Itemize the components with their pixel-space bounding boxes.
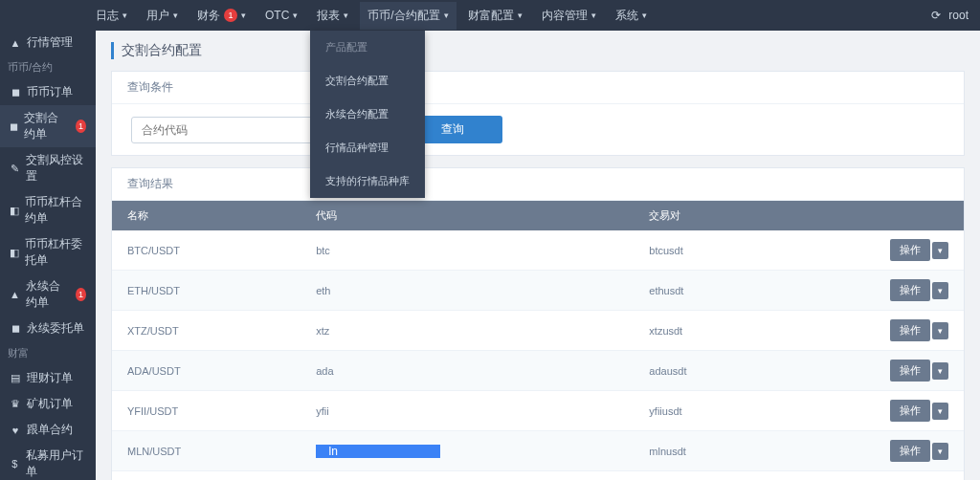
cell-pair: xtzusdt bbox=[634, 311, 783, 351]
topnav-item[interactable]: 币币/合约配置▾ bbox=[360, 2, 456, 30]
cell-ops: 操作▾ bbox=[784, 230, 964, 271]
operate-dropdown-button[interactable]: ▾ bbox=[932, 362, 948, 380]
top-navbar: 日志▾用户▾财务1▾OTC▾报表▾币币/合约配置▾财富配置▾内容管理▾系统▾ ⟳… bbox=[0, 0, 980, 31]
chevron-down-icon: ▾ bbox=[173, 11, 178, 20]
results-panel-title: 查询结果 bbox=[112, 168, 964, 201]
cell-name: YFII/USDT bbox=[112, 391, 301, 431]
column-header: 名称 bbox=[112, 201, 301, 230]
table-row: MLN/USDT ln mlnusdt操作▾ bbox=[112, 431, 964, 471]
chevron-down-icon: ▾ bbox=[518, 11, 523, 20]
refresh-icon[interactable]: ⟳ bbox=[931, 9, 941, 22]
cell-name: ETH/USDT bbox=[112, 271, 301, 311]
operate-button[interactable]: 操作 bbox=[890, 400, 930, 422]
operate-dropdown-button[interactable]: ▾ bbox=[932, 242, 948, 259]
search-panel: 查询条件 查询 bbox=[111, 71, 965, 156]
operate-button[interactable]: 操作 bbox=[890, 440, 930, 462]
topnav-item[interactable]: 日志▾ bbox=[88, 2, 135, 30]
cell-pair: ethusdt bbox=[634, 271, 783, 311]
sidebar-item[interactable]: ♥跟单合约 bbox=[0, 417, 96, 443]
sidebar-icon: ▤ bbox=[10, 372, 21, 384]
sidebar-item[interactable]: ◧币币杠杆合约单 bbox=[0, 189, 96, 231]
operate-dropdown-button[interactable]: ▾ bbox=[932, 403, 948, 420]
cell-pair: mlnusdt bbox=[634, 431, 783, 471]
cell-code: eth bbox=[301, 271, 634, 311]
topnav-label: OTC bbox=[265, 9, 289, 22]
sidebar-item-label: 交割合约单 bbox=[24, 110, 69, 142]
topnav-label: 财务 bbox=[197, 8, 220, 24]
sidebar-item-label: 交割风控设置 bbox=[26, 152, 86, 185]
cell-ops: 操作▾ bbox=[784, 311, 964, 351]
sidebar-item[interactable]: ▲永续合约单1 bbox=[0, 273, 96, 316]
sidebar-item[interactable]: ✎交割风控设置 bbox=[0, 147, 96, 189]
results-table: 名称代码交易对 BTC/USDTbtcbtcusdt操作▾ETH/USDTeth… bbox=[112, 201, 964, 480]
operate-dropdown-button[interactable]: ▾ bbox=[932, 322, 948, 339]
cell-code: btc bbox=[301, 230, 634, 271]
sidebar-item[interactable]: $私募用户订单 bbox=[0, 443, 96, 480]
operate-dropdown-button[interactable]: ▾ bbox=[932, 282, 948, 299]
topnav-item[interactable]: 财务1▾ bbox=[189, 2, 254, 30]
sidebar-item-label: 矿机订单 bbox=[27, 396, 73, 412]
column-header: 交易对 bbox=[634, 201, 783, 230]
table-row: BTC/USDTbtcbtcusdt操作▾ bbox=[112, 230, 964, 271]
topnav-item[interactable]: 报表▾ bbox=[309, 2, 356, 30]
cell-code: yfii bbox=[301, 391, 634, 431]
cell-ops: 操作▾ bbox=[784, 431, 964, 471]
sidebar-icon: ▲ bbox=[10, 289, 20, 300]
search-panel-title: 查询条件 bbox=[112, 72, 964, 104]
topnav-label: 日志 bbox=[96, 8, 119, 24]
cell-ops: 操作▾ bbox=[784, 351, 964, 391]
chevron-down-icon: ▾ bbox=[293, 11, 298, 20]
main-content: 交割合约配置 查询条件 查询 查询结果 名称代码交易对 BTC/USDTbtcb… bbox=[96, 31, 980, 480]
operate-button[interactable]: 操作 bbox=[890, 239, 930, 261]
sidebar-item-label: 币币杠杆合约单 bbox=[25, 194, 86, 227]
sidebar-item-label: 币币杠杆委托单 bbox=[25, 236, 86, 269]
cell-pair: yfiiusdt bbox=[634, 391, 783, 431]
sidebar-icon: ♛ bbox=[10, 398, 21, 410]
sidebar-item-label: 私募用户订单 bbox=[26, 447, 86, 480]
dropdown-item: 产品配置 bbox=[310, 31, 425, 64]
cell-name: BTC/USDT bbox=[112, 230, 301, 271]
operate-button[interactable]: 操作 bbox=[890, 319, 930, 341]
table-row: YFII/USDTyfiiyfiiusdt操作▾ bbox=[112, 391, 964, 431]
operate-dropdown-button[interactable]: ▾ bbox=[932, 443, 948, 460]
topnav-item[interactable]: OTC▾ bbox=[257, 2, 305, 30]
topnav-label: 内容管理 bbox=[542, 8, 588, 24]
cell-code: ln bbox=[301, 431, 634, 471]
cell-code bbox=[301, 471, 634, 481]
sidebar-item[interactable]: ◼永续委托单 bbox=[0, 316, 96, 341]
sidebar-icon: ◼ bbox=[10, 86, 21, 98]
dropdown-item[interactable]: 行情品种管理 bbox=[310, 131, 425, 164]
operate-button[interactable]: 操作 bbox=[890, 279, 930, 301]
topnav-item[interactable]: 内容管理▾ bbox=[534, 2, 604, 30]
dropdown-item[interactable]: 永续合约配置 bbox=[310, 98, 425, 131]
dropdown-item[interactable]: 交割合约配置 bbox=[310, 64, 425, 98]
sidebar-item-label: 理财订单 bbox=[27, 370, 73, 386]
topnav-item[interactable]: 用户▾ bbox=[139, 2, 186, 30]
topnav-item[interactable]: 财富配置▾ bbox=[460, 2, 530, 30]
column-header: 代码 bbox=[301, 201, 634, 230]
sidebar-item[interactable]: ▲行情管理 bbox=[0, 30, 96, 55]
chevron-down-icon: ▾ bbox=[344, 11, 348, 20]
sidebar-icon: ▲ bbox=[10, 37, 21, 49]
dropdown-item[interactable]: 支持的行情品种库 bbox=[310, 164, 425, 198]
sidebar-item[interactable]: ◧币币杠杆委托单 bbox=[0, 231, 96, 273]
results-panel: 查询结果 名称代码交易对 BTC/USDTbtcbtcusdt操作▾ETH/US… bbox=[111, 167, 965, 480]
operate-button[interactable]: 操作 bbox=[890, 360, 930, 382]
sidebar-icon: $ bbox=[10, 458, 20, 469]
sidebar-item[interactable]: ♛矿机订单 bbox=[0, 391, 96, 417]
topnav-item[interactable]: 系统▾ bbox=[608, 2, 655, 30]
sidebar-item[interactable]: ◼币币订单 bbox=[0, 79, 96, 105]
cell-code: ada bbox=[301, 351, 634, 391]
topnav-label: 报表 bbox=[317, 8, 340, 24]
sidebar-section: 财富 bbox=[0, 341, 96, 365]
sidebar-item-label: 永续委托单 bbox=[27, 320, 84, 337]
cell-ops: 操作▾ bbox=[784, 471, 964, 481]
column-header bbox=[784, 201, 964, 230]
chevron-down-icon: ▾ bbox=[642, 11, 647, 20]
sidebar-item[interactable]: ◼交割合约单1 bbox=[0, 105, 96, 147]
user-name[interactable]: root bbox=[948, 9, 969, 22]
sidebar-item[interactable]: ▤理财订单 bbox=[0, 365, 96, 391]
sidebar-icon: ◧ bbox=[10, 247, 19, 259]
cell-ops: 操作▾ bbox=[784, 271, 964, 311]
sidebar-item-label: 跟单合约 bbox=[27, 422, 73, 438]
